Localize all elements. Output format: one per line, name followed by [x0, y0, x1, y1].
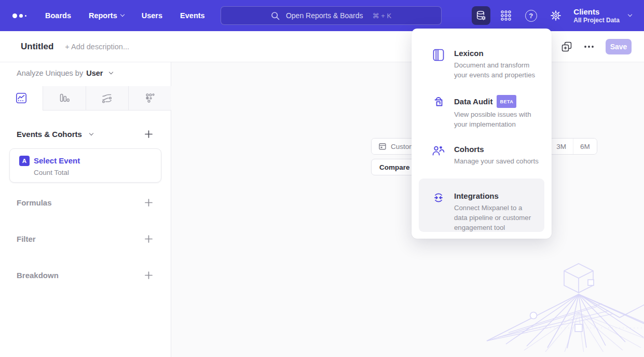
data-management-menu: Lexicon Document and transform your even…: [412, 29, 552, 239]
chevron-down-icon: [628, 12, 632, 17]
query-builder-sidebar: Analyze Uniques by User: [0, 62, 171, 357]
gear-icon: [550, 9, 562, 22]
help-button[interactable]: ?: [522, 6, 540, 25]
top-nav: Boards Reports Users Events Open Reports…: [0, 0, 644, 31]
mixpanel-logo[interactable]: [12, 13, 26, 18]
nav-item-reports[interactable]: Reports: [89, 11, 124, 20]
analyze-uniques-control: Analyze Uniques by User: [17, 69, 113, 77]
beta-badge: BETA: [497, 95, 516, 108]
event-card[interactable]: A Select Event Count Total: [9, 148, 161, 183]
calendar-icon: [378, 142, 387, 150]
report-canvas: Custom Today Yesterday 7D 30D 3M 6M Comp…: [171, 62, 644, 357]
database-gear-icon: [475, 9, 487, 22]
events-cohorts-text: Events & Cohorts: [17, 130, 82, 139]
chart-type-tabs: [0, 86, 171, 111]
ellipsis-icon: [584, 45, 594, 48]
question-mark-icon: ?: [525, 10, 537, 22]
count-total-dropdown[interactable]: Count Total: [34, 169, 69, 176]
integrations-title: Integrations: [454, 191, 499, 201]
chevron-down-icon: [120, 12, 125, 17]
plus-icon: [144, 235, 153, 243]
filter-section: Filter: [17, 234, 154, 244]
apps-grid-button[interactable]: [497, 6, 515, 25]
events-cohorts-section: Events & Cohorts: [17, 129, 154, 140]
add-filter-button[interactable]: [143, 234, 154, 244]
lexicon-title: Lexicon: [454, 48, 484, 59]
project-name: Clients: [573, 7, 620, 17]
data-audit-title: Data Audit: [454, 97, 492, 107]
integrations-description: Connect Mixpanel to a data pipeline or c…: [454, 203, 536, 232]
analyze-prefix-label: Analyze Uniques by: [17, 69, 83, 77]
project-switcher[interactable]: Clients All Project Data: [573, 7, 632, 24]
bar-chart-tab-icon: [58, 92, 71, 104]
grid-dots-icon: [499, 9, 513, 22]
menu-item-cohorts[interactable]: Cohorts Manage your saved cohorts: [432, 144, 543, 166]
metrics-tab-icon: [144, 92, 156, 104]
plus-icon: [144, 130, 153, 139]
lexicon-book-icon: [432, 48, 445, 62]
cohorts-people-icon: [432, 144, 445, 158]
nav-item-users[interactable]: Users: [142, 11, 162, 20]
menu-item-integrations[interactable]: Integrations Connect Mixpanel to a data …: [419, 178, 544, 232]
filter-label: Filter: [17, 235, 36, 243]
search-placeholder: Open Reports & Boards: [286, 11, 363, 20]
analyze-value-dropdown[interactable]: User: [86, 69, 103, 77]
add-formula-button[interactable]: [143, 197, 154, 208]
duplicate-report-button[interactable]: [561, 41, 572, 52]
tab-flow[interactable]: [86, 86, 129, 111]
cohorts-title: Cohorts: [454, 144, 484, 155]
settings-gear-button[interactable]: [546, 6, 565, 25]
select-event-button[interactable]: Select Event: [34, 156, 80, 165]
tab-line-chart[interactable]: [0, 86, 43, 111]
events-cohorts-label[interactable]: Events & Cohorts: [17, 130, 93, 139]
data-management-button[interactable]: [472, 6, 490, 25]
add-event-button[interactable]: [143, 129, 154, 140]
nav-item-boards[interactable]: Boards: [45, 11, 71, 20]
line-chart-tab-icon: [15, 92, 28, 104]
data-audit-icon: [432, 95, 445, 108]
project-scope: All Project Data: [573, 17, 620, 24]
chevron-down-icon[interactable]: [109, 70, 113, 74]
flow-tab-icon: [101, 92, 113, 104]
duplicate-icon: [561, 41, 572, 52]
plus-icon: [144, 271, 153, 280]
integrations-sync-icon: [432, 191, 445, 204]
add-breakdown-button[interactable]: [143, 270, 154, 281]
range-3m-button[interactable]: 3M: [549, 139, 573, 154]
add-description-field[interactable]: + Add description...: [65, 43, 129, 51]
lexicon-description: Document and transform your events and p…: [454, 60, 543, 80]
more-options-button[interactable]: [584, 45, 594, 48]
report-title[interactable]: Untitled: [21, 42, 53, 52]
compare-label: Compare: [379, 163, 410, 171]
nav-item-reports-label: Reports: [89, 11, 117, 20]
tab-metrics[interactable]: [128, 86, 171, 111]
formulas-label: Formulas: [17, 198, 52, 207]
breakdown-label: Breakdown: [17, 271, 59, 280]
plus-icon: [144, 198, 153, 207]
save-button[interactable]: Save: [606, 39, 632, 54]
menu-item-data-audit[interactable]: Data Audit BETA View possible issues wit…: [432, 95, 543, 129]
breakdown-section: Breakdown: [17, 270, 154, 281]
chevron-down-icon: [89, 131, 93, 135]
nav-item-events[interactable]: Events: [180, 11, 205, 20]
event-letter-badge: A: [19, 156, 30, 166]
range-6m-button[interactable]: 6M: [573, 139, 597, 154]
cohorts-description: Manage your saved cohorts: [454, 156, 539, 166]
tab-bar-chart[interactable]: [43, 86, 86, 111]
search-icon: [271, 11, 280, 20]
data-audit-description: View possible issues with your implement…: [454, 109, 543, 129]
menu-item-lexicon[interactable]: Lexicon Document and transform your even…: [432, 48, 543, 80]
wireframe-illustration: [475, 261, 644, 352]
formulas-section: Formulas: [17, 197, 154, 208]
search-shortcut: ⌘ + K: [373, 12, 392, 20]
global-search-input[interactable]: Open Reports & Boards ⌘ + K: [221, 6, 442, 25]
